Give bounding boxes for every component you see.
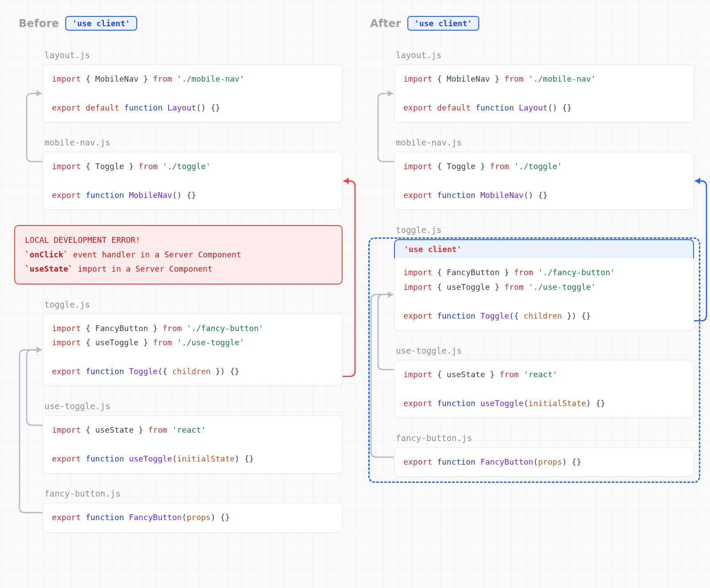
error-title: LOCAL DEVELOPMENT ERROR! [25, 233, 332, 247]
svg-marker-7 [695, 178, 700, 184]
code-block: import { Toggle } from './toggle' export… [394, 152, 694, 210]
file-label: layout.js [44, 50, 343, 60]
code-block: import { Toggle } from './toggle' export… [43, 152, 343, 210]
file-label: toggle.js [44, 300, 343, 309]
code-block: export function FancyButton(props) {} [43, 503, 343, 532]
error-panel: LOCAL DEVELOPMENT ERROR! `onClick` event… [14, 225, 343, 284]
code-block: export function FancyButton(props) {} [394, 447, 694, 477]
code-block: import { MobileNav } from './mobile-nav'… [394, 64, 694, 122]
file-label: use-toggle.js [44, 401, 343, 411]
file-label: use-toggle.js [396, 346, 694, 355]
use-client-badge: 'use client' [65, 16, 137, 31]
file-label: mobile-nav.js [396, 138, 694, 147]
code-block: import { useState } from 'react' export … [394, 360, 694, 418]
code-block: import { MobileNav } from './mobile-nav'… [43, 64, 343, 122]
file-label: toggle.js [396, 225, 694, 235]
column-title: Before [19, 17, 59, 30]
column-title: After [370, 17, 401, 30]
file-label: mobile-nav.js [44, 138, 343, 147]
code-block: import { FancyButton } from './fancy-but… [43, 314, 343, 387]
before-column: Before 'use client' layout.js import { M… [16, 16, 343, 548]
use-client-directive: 'use client' [394, 239, 694, 258]
use-client-badge: 'use client' [407, 16, 479, 31]
file-label: fancy-button.js [44, 489, 343, 498]
after-column: After 'use client' layout.js import { Mo… [367, 16, 694, 548]
file-label: layout.js [396, 50, 694, 60]
file-label: fancy-button.js [396, 433, 694, 443]
code-block: import { FancyButton } from './fancy-but… [394, 258, 694, 331]
code-block: import { useState } from 'react' export … [43, 415, 343, 474]
